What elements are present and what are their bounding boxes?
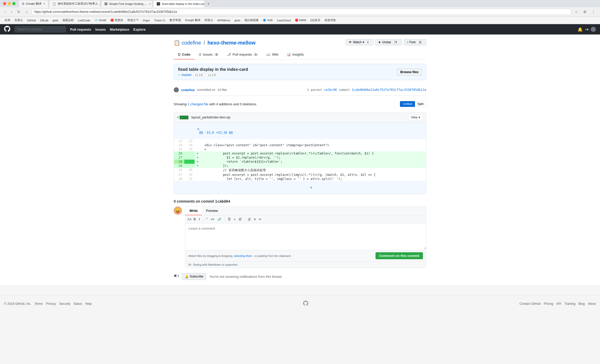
comment-submit-button[interactable]: Comment on this commit — [376, 252, 423, 259]
bookmark-item[interactable]: 简道江™ — [126, 18, 140, 23]
tab-close-icon[interactable]: ✕ — [149, 3, 151, 5]
toolbar-unordered-list[interactable]: ☰ — [227, 217, 232, 222]
changed-files-link[interactable]: 1 changed file — [188, 102, 209, 106]
back-button[interactable]: ‹ — [3, 9, 7, 14]
bookmark-item[interactable]: 逃比根据播 — [243, 18, 260, 23]
bookmark-item[interactable]: 🔴 bilibili — [293, 18, 308, 22]
commit-branch[interactable]: master — [181, 73, 192, 77]
home-button[interactable]: ⌂ — [24, 9, 29, 14]
bookmark-item[interactable]: Travis CI — [153, 18, 167, 22]
footer-about-link[interactable]: About — [588, 302, 596, 306]
toolbar-reference[interactable]: # — [253, 217, 257, 222]
traffic-light-red[interactable] — [3, 2, 6, 5]
menu-button[interactable]: ⋮ — [590, 9, 597, 14]
nav-marketplace[interactable]: Marketplace — [110, 28, 129, 31]
toolbar-task-list[interactable]: ☑ — [238, 217, 243, 222]
star-button[interactable]: ★ Unstar 79 — [375, 39, 402, 45]
bookmark-item[interactable]: 数字帝国 — [168, 18, 182, 23]
toolbar-bold[interactable]: B — [193, 217, 197, 222]
footer-blog-link[interactable]: Blog — [579, 302, 585, 306]
bookmark-item[interactable]: 🔴 智慧扶 — [109, 18, 125, 23]
footer-training-link[interactable]: Training — [564, 302, 576, 306]
search-input[interactable] — [14, 26, 66, 32]
footer-pricing-link[interactable]: Pricing — [544, 302, 553, 306]
tab-insights[interactable]: 📊 Insights — [282, 50, 308, 59]
extensions-button[interactable]: ⚙ — [582, 9, 588, 14]
tab-wiki[interactable]: 📖 Wiki — [262, 50, 282, 59]
bookmark-item[interactable]: LeetCode — [76, 18, 92, 22]
bookmark-item[interactable]: 📧 Gmail — [93, 18, 108, 22]
bookmark-item[interactable]: QQ音乐 — [309, 18, 322, 23]
bookmark-item[interactable]: 阿里云 — [203, 18, 215, 23]
browse-files-button[interactable]: Browse files — [397, 68, 422, 76]
tab-code[interactable]: ⟨⟩ Code — [174, 50, 195, 59]
footer-privacy-link[interactable]: Privacy — [46, 302, 56, 306]
footer-help-link[interactable]: Help — [85, 302, 92, 306]
commit-sha-link[interactable]: 1cabd6466e21a8cf527e783cf7ac3338705db11e — [352, 88, 426, 92]
bookmark-item[interactable]: Google 翻译 — [184, 18, 202, 23]
bookmark-item[interactable]: 其他书签 — [323, 18, 337, 23]
toolbar-quote[interactable]: " — [205, 217, 209, 222]
new-tab-button[interactable]: + — [205, 1, 212, 7]
notifications-icon[interactable]: 🔔 — [578, 27, 583, 32]
nav-issues[interactable]: Issues — [95, 28, 106, 31]
browser-tab[interactable]: 🖼 Simple Free Image Hosting -... ✕ — [101, 0, 153, 7]
subscribe-button[interactable]: 🔔 Subscribe — [182, 273, 206, 280]
forward-button[interactable]: › — [10, 9, 14, 14]
bookmark-item[interactable]: GitLab — [38, 18, 50, 22]
footer-terms-link[interactable]: Terms — [35, 302, 43, 306]
toolbar-ordered-list[interactable]: ≡ — [233, 217, 237, 222]
repo-owner-link[interactable]: codefine — [182, 40, 201, 46]
split-view-button[interactable]: Split — [415, 101, 426, 107]
bookmark-item[interactable]: 百度云 — [13, 18, 24, 23]
reload-button[interactable]: ↻ — [16, 9, 22, 14]
bookmark-item[interactable]: 应用 — [3, 18, 12, 23]
commit-author[interactable]: codefine — [181, 88, 195, 92]
browser-tab-active[interactable]: ⬛ fixed table display in the index-card … — [153, 0, 205, 7]
github-logo[interactable] — [4, 26, 10, 33]
bookmark-item[interactable]: gists — [233, 18, 242, 22]
view-file-button[interactable]: View ▾ — [408, 115, 423, 120]
fork-button[interactable]: ⑂ Fork 26 — [404, 39, 426, 45]
bookmark-item[interactable]: Imgur — [141, 18, 152, 22]
bookmark-item[interactable]: LeanCloud — [276, 18, 292, 22]
preview-tab[interactable]: Preview — [202, 207, 222, 215]
address-bar[interactable] — [31, 9, 571, 15]
expand-bottom-icon[interactable]: ⇅ — [310, 186, 312, 189]
browser-tab[interactable]: 📋 操作系统软件工程系2017秋季人... ✕ — [49, 0, 101, 7]
traffic-light-yellow[interactable] — [8, 2, 11, 5]
toolbar-reply[interactable]: ↩ — [258, 217, 262, 222]
parent-sha-link[interactable]: ca2bc96 — [324, 88, 337, 92]
write-tab[interactable]: Write — [185, 207, 202, 215]
toolbar-mention[interactable]: @ — [247, 217, 252, 222]
repo-name-link[interactable]: hexo-theme-mellow — [207, 40, 256, 46]
traffic-light-green[interactable] — [12, 2, 15, 5]
tab-close-icon[interactable]: ✕ — [43, 2, 45, 5]
toolbar-link[interactable]: 🔗 — [216, 217, 222, 222]
watch-button[interactable]: 👁 Watch ▾ 4 — [346, 39, 373, 45]
nav-pull-requests[interactable]: Pull requests — [70, 28, 91, 31]
tab-insights-label: Insights — [292, 53, 304, 56]
bookmark-item[interactable]: GitHub — [26, 18, 37, 22]
bookmark-item[interactable]: 逃题运程 — [61, 18, 75, 23]
bookmark-item[interactable]: APKMirror — [216, 18, 232, 22]
unified-view-button[interactable]: Unified — [400, 101, 415, 107]
bookmark-item[interactable]: 🔷 Vultr — [261, 18, 274, 22]
user-avatar[interactable] — [591, 27, 596, 32]
footer-status-link[interactable]: Status — [73, 302, 82, 306]
bookmark-button[interactable]: ☆ — [573, 9, 580, 14]
footer-security-link[interactable]: Security — [59, 302, 70, 306]
tab-issues[interactable]: ⊙ Issues 8 — [195, 50, 223, 59]
browser-tab[interactable]: G Google 翻译 ✕ — [19, 0, 48, 7]
diff-expand-icon[interactable]: ⇅ @@ -23,6 +23,18 @@ — [174, 123, 426, 139]
selecting-link[interactable]: selecting them — [234, 254, 252, 257]
nav-explore[interactable]: Explore — [133, 28, 146, 31]
tab-pullrequests[interactable]: ⎇ Pull requests 0 — [223, 50, 262, 59]
new-button[interactable]: +▾ — [585, 28, 589, 31]
toolbar-italic[interactable]: I — [198, 217, 201, 222]
footer-api-link[interactable]: API — [556, 302, 561, 306]
bookmark-item[interactable]: gists — [51, 18, 60, 22]
footer-contact-link[interactable]: Contact GitHub — [520, 302, 541, 306]
comment-textarea[interactable] — [185, 223, 426, 249]
toolbar-code[interactable]: <> — [210, 217, 215, 222]
